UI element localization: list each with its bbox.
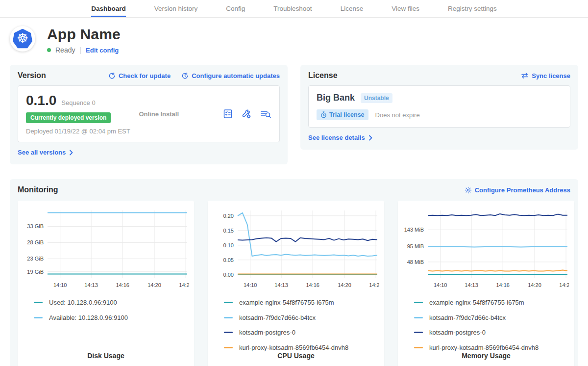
- app-header: ☸ App Name Ready | Edit config: [10, 26, 578, 54]
- refresh-icon: [108, 72, 116, 79]
- install-type-label: Online Install: [139, 110, 222, 118]
- legend-item: kotsadm-7f9dc7d66c-b4tcx: [224, 314, 379, 321]
- see-all-versions-link[interactable]: See all versions: [18, 149, 74, 156]
- clock-refresh-icon: [181, 72, 189, 79]
- legend-label: example-nginx-54f8f76755-l675m: [239, 299, 334, 306]
- currently-deployed-badge: Currently deployed version: [26, 112, 111, 123]
- deployed-timestamp: Deployed 01/19/22 @ 02:04 pm EST: [26, 128, 139, 135]
- license-expiration: Does not expire: [375, 111, 420, 119]
- legend-item: kotsadm-7f9dc7d66c-b4tcx: [414, 314, 569, 321]
- chart-title: Memory Usage: [403, 352, 569, 360]
- memory-usage-chart: 143 MiB95 MiB48 MiB14:1014:1314:1614:201…: [403, 207, 569, 291]
- svg-text:14:10: 14:10: [53, 282, 67, 288]
- cpu-usage-chart-card: 0.200.150.100.050.0014:1014:1314:1614:20…: [208, 201, 384, 366]
- legend-color-dash: [414, 317, 423, 318]
- app-title: App Name: [47, 26, 121, 43]
- svg-text:14:23: 14:23: [559, 282, 569, 288]
- svg-text:0.15: 0.15: [223, 228, 234, 234]
- tab-version-history[interactable]: Version history: [154, 0, 198, 17]
- svg-text:48 MiB: 48 MiB: [407, 259, 424, 265]
- svg-text:14:16: 14:16: [306, 282, 319, 288]
- chevron-right-icon: [69, 150, 74, 156]
- chart-title: CPU Usage: [213, 352, 379, 360]
- svg-text:14:16: 14:16: [116, 282, 129, 288]
- license-assignee: Big Bank: [317, 93, 355, 103]
- legend-color-dash: [34, 317, 43, 318]
- view-logs-icon[interactable]: [260, 108, 271, 119]
- svg-text:14:16: 14:16: [496, 282, 510, 288]
- legend-label: kurl-proxy-kotsadm-8569fb6454-dnvh8: [239, 344, 348, 351]
- license-card: License Sync license Big Bank Unstable: [300, 65, 578, 150]
- tab-registry-settings[interactable]: Registry settings: [448, 0, 497, 17]
- legend-item: example-nginx-54f8f76755-l675m: [224, 299, 379, 306]
- svg-text:14:23: 14:23: [179, 282, 189, 288]
- svg-text:23 GiB: 23 GiB: [27, 256, 44, 261]
- svg-text:28 GiB: 28 GiB: [27, 239, 44, 245]
- configure-automatic-updates-link[interactable]: Configure automatic updates: [181, 72, 280, 79]
- preflight-checks-icon[interactable]: [222, 108, 233, 119]
- legend-item: kotsadm-postgres-0: [224, 329, 379, 336]
- divider: |: [79, 46, 81, 54]
- legend-color-dash: [414, 347, 423, 348]
- svg-text:95 MiB: 95 MiB: [407, 243, 424, 249]
- tab-dashboard[interactable]: Dashboard: [91, 0, 126, 17]
- tab-license[interactable]: License: [341, 0, 364, 17]
- legend-color-dash: [224, 302, 233, 303]
- disk-usage-legend: Used: 10.128.0.96:9100Available: 10.128.…: [23, 299, 189, 321]
- chart-title: Disk Usage: [23, 352, 189, 360]
- version-sequence: Sequence 0: [61, 99, 95, 106]
- svg-text:14:13: 14:13: [84, 282, 98, 288]
- svg-text:0.20: 0.20: [223, 213, 234, 219]
- disk-usage-chart: 33 GiB28 GiB23 GiB19 GiB14:1014:1314:161…: [23, 207, 189, 291]
- svg-text:33 GiB: 33 GiB: [27, 223, 44, 229]
- svg-text:14:10: 14:10: [244, 282, 257, 288]
- see-license-details-link[interactable]: See license details: [308, 134, 373, 141]
- app-logo: ☸: [10, 26, 35, 52]
- monitoring-section: Monitoring Configure Prometheus Address …: [10, 179, 578, 366]
- legend-label: example-nginx-54f8f76755-l675m: [429, 299, 524, 306]
- legend-item: kotsadm-postgres-0: [414, 329, 569, 336]
- disk-usage-chart-card: 33 GiB28 GiB23 GiB19 GiB14:1014:1314:161…: [18, 201, 194, 366]
- legend-label: Used: 10.128.0.96:9100: [49, 299, 117, 306]
- license-card-title: License: [308, 71, 338, 80]
- legend-color-dash: [224, 347, 233, 348]
- memory-usage-legend: example-nginx-54f8f76755-l675mkotsadm-7f…: [403, 299, 569, 351]
- version-card: Version Check for update Configure autom…: [10, 65, 288, 164]
- app-status: Ready: [55, 46, 75, 54]
- trial-license-badge: Trial license: [317, 109, 368, 120]
- sync-license-link[interactable]: Sync license: [521, 72, 570, 79]
- cpu-usage-chart: 0.200.150.100.050.0014:1014:1314:1614:20…: [213, 207, 379, 291]
- tab-view-files[interactable]: View files: [392, 0, 419, 17]
- version-number: 0.1.0: [26, 93, 56, 108]
- tab-troubleshoot[interactable]: Troubleshoot: [273, 0, 312, 17]
- legend-color-dash: [414, 332, 423, 333]
- top-navbar: Dashboard Version history Config Trouble…: [0, 0, 588, 18]
- svg-text:143 MiB: 143 MiB: [404, 227, 424, 233]
- legend-item: Available: 10.128.0.96:9100: [34, 314, 189, 321]
- legend-label: kotsadm-7f9dc7d66c-b4tcx: [429, 314, 506, 321]
- tab-config[interactable]: Config: [226, 0, 245, 17]
- legend-color-dash: [224, 317, 233, 318]
- svg-text:14:20: 14:20: [528, 282, 541, 288]
- svg-text:14:20: 14:20: [338, 282, 351, 288]
- svg-text:14:10: 14:10: [434, 282, 447, 288]
- kubernetes-icon: ☸: [13, 29, 33, 49]
- edit-config-link[interactable]: Edit config: [86, 47, 119, 54]
- svg-text:0.00: 0.00: [223, 272, 234, 278]
- status-dot-icon: [47, 48, 51, 52]
- sync-icon: [521, 72, 529, 79]
- config-wrench-icon[interactable]: [241, 108, 252, 119]
- svg-text:0.05: 0.05: [223, 257, 234, 263]
- svg-text:14:13: 14:13: [274, 282, 288, 288]
- legend-color-dash: [414, 302, 423, 303]
- version-card-title: Version: [18, 71, 46, 80]
- svg-text:19 GiB: 19 GiB: [27, 269, 44, 275]
- monitoring-title: Monitoring: [18, 185, 58, 194]
- legend-color-dash: [224, 332, 233, 333]
- chevron-right-icon: [368, 135, 373, 141]
- legend-item: kurl-proxy-kotsadm-8569fb6454-dnvh8: [414, 344, 569, 351]
- configure-prometheus-link[interactable]: Configure Prometheus Address: [465, 186, 570, 194]
- legend-label: kurl-proxy-kotsadm-8569fb6454-dnvh8: [429, 344, 539, 351]
- check-for-update-link[interactable]: Check for update: [108, 72, 171, 79]
- legend-label: kotsadm-7f9dc7d66c-b4tcx: [239, 314, 316, 321]
